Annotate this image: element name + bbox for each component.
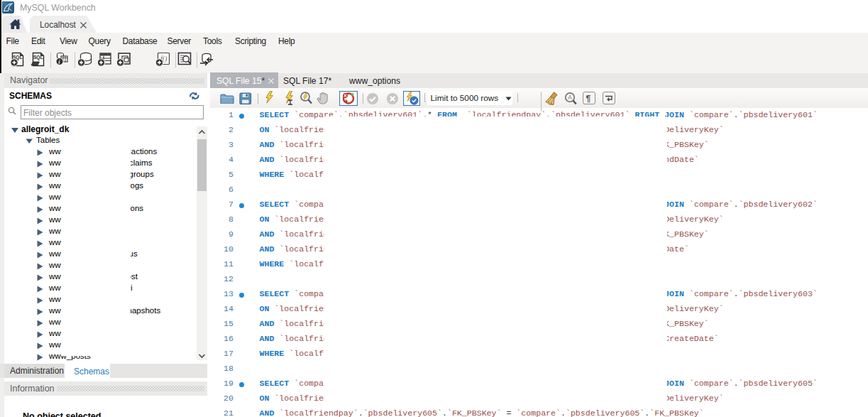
svg-text:¶: ¶ [586,94,591,104]
svg-text:SQL: SQL [33,55,43,60]
